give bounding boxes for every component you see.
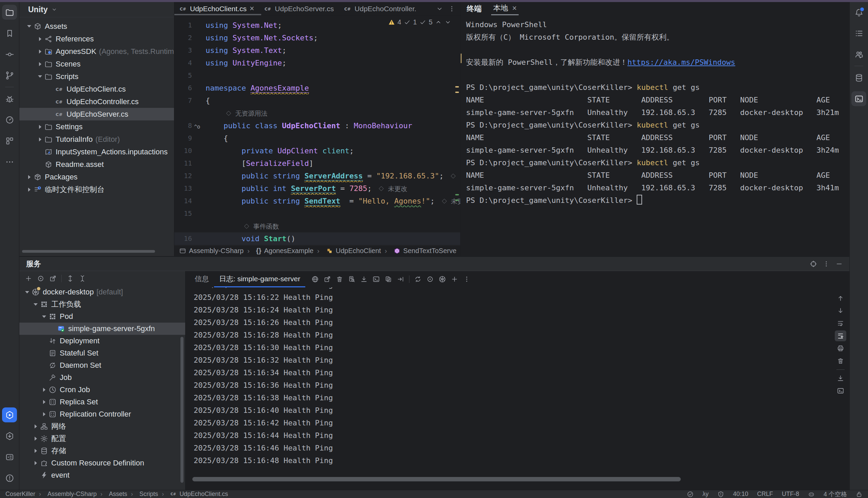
chevron-icon[interactable] (25, 184, 34, 196)
project-button[interactable] (2, 5, 17, 20)
more-tool-windows-button[interactable] (2, 154, 17, 169)
kubernetes-settings-button[interactable] (436, 274, 448, 285)
code-line[interactable]: 无资源用法 (174, 107, 460, 119)
gutter-marker[interactable] (194, 182, 206, 195)
chevron-icon[interactable] (25, 171, 34, 183)
Daemon Set-tree-item[interactable]: Daemon Set (19, 359, 185, 371)
problems-button[interactable] (2, 471, 17, 485)
dependencies-button[interactable] (2, 429, 17, 443)
chevron-icon[interactable] (36, 45, 44, 58)
chevron-icon[interactable] (40, 335, 49, 347)
Assets-crumb[interactable]: Assets (97, 490, 127, 498)
navigate-button[interactable] (807, 259, 819, 270)
chevron-icon[interactable] (40, 371, 49, 384)
gutter-marker[interactable] (194, 132, 206, 145)
chevron-icon[interactable] (40, 311, 49, 323)
todo-button[interactable] (851, 26, 866, 41)
tab-list-button[interactable] (434, 3, 445, 14)
code-line[interactable]: 7 { (174, 94, 460, 107)
chevron-icon[interactable] (31, 457, 40, 469)
add-service-button[interactable] (23, 273, 34, 284)
project-horizontal-scrollbar[interactable] (22, 250, 155, 253)
encoding-status[interactable]: UTF-8 (782, 490, 799, 498)
Packages-tree-item[interactable]: Packages (19, 171, 174, 183)
simple-game-server-5gxfn-tree-item[interactable]: simple-game-server-5gxfn (19, 323, 185, 335)
Replication Controller-tree-item[interactable]: Replication Controller (19, 408, 185, 420)
caret-position-status[interactable]: 40:10 (733, 490, 748, 498)
collapse-all-button[interactable] (77, 273, 88, 284)
chevron-icon[interactable] (36, 158, 44, 171)
chevron-icon[interactable] (40, 396, 49, 408)
gutter-marker[interactable] (194, 107, 206, 119)
UdpEchoClient-breadcrumb[interactable]: UdpEchoClient (313, 247, 381, 255)
chevron-icon[interactable] (31, 420, 40, 433)
open-console-button[interactable] (370, 274, 382, 285)
存储-tree-item[interactable]: 存储 (19, 445, 185, 457)
Cron Job-tree-item[interactable]: Cron Job (19, 384, 185, 396)
more-options-button[interactable] (461, 274, 473, 285)
project-tree[interactable]: Assets References (19, 17, 174, 256)
open-in-editor-button[interactable] (321, 274, 333, 285)
chevron-icon[interactable] (47, 96, 55, 108)
UdpEchoClient.cs-crumb[interactable]: UdpEchoClient.cs (158, 490, 228, 498)
open-in-new-tab-button[interactable] (47, 273, 59, 284)
chevron-icon[interactable] (25, 21, 34, 32)
save-log-button[interactable] (358, 274, 370, 285)
gutter-marker[interactable] (194, 220, 206, 232)
chevron-icon[interactable] (40, 347, 49, 359)
gutter-marker[interactable] (194, 69, 206, 82)
gutter-marker[interactable] (194, 157, 206, 170)
工作负载-tree-item[interactable]: 工作负载 (19, 298, 185, 311)
services-tree[interactable]: docker-desktop [default] 工作负载 (19, 286, 185, 490)
Custom Resource Definition-tree-item[interactable]: Custom Resource Definition (19, 457, 185, 469)
UdpEchoServer.cs-tab[interactable]: UdpEchoServer.cs (259, 2, 339, 15)
gutter-marker[interactable] (194, 195, 206, 207)
bookmarks-button[interactable] (2, 26, 17, 41)
hide-button[interactable] (833, 259, 845, 270)
next-problem-icon[interactable] (444, 19, 451, 26)
网络-tree-item[interactable]: 网络 (19, 420, 185, 433)
UdpEchoController.-tab[interactable]: UdpEchoController. (339, 2, 421, 15)
gutter-marker[interactable] (194, 94, 206, 107)
信息-tab[interactable]: 信息 (189, 271, 214, 287)
tab-options-button[interactable] (446, 3, 458, 14)
CoserKiller-crumb[interactable]: CoserKiller (5, 490, 35, 498)
log-horizontal-scrollbar[interactable] (192, 477, 681, 481)
Scripts-tree-item[interactable]: Scripts (19, 70, 174, 83)
Settings-tree-item[interactable]: Settings (19, 120, 174, 133)
refresh-button[interactable] (412, 274, 424, 285)
gutter-marker[interactable] (194, 44, 206, 57)
terminal-tab-local[interactable]: 本地 (491, 2, 518, 15)
gutter-marker[interactable] (194, 232, 206, 245)
database-button[interactable] (851, 70, 866, 85)
code-line[interactable]: 3 using System.Text; (174, 44, 460, 57)
services-button[interactable] (2, 407, 17, 422)
Replica Set-tree-item[interactable]: Replica Set (19, 396, 185, 408)
Deployment-tree-item[interactable]: Deployment (19, 335, 185, 347)
indent-status[interactable]: 4 个空格 (824, 490, 847, 498)
code-line[interactable]: 14 public string SendText = "Hello, Agon… (174, 195, 460, 207)
code-line[interactable]: 2 using System.Net.Sockets; (174, 31, 460, 44)
code-line[interactable]: 10 private UdpClient client; (174, 145, 460, 157)
gutter-marker[interactable] (194, 31, 206, 44)
show-in-console-button[interactable] (835, 385, 846, 396)
UdpEchoClient.cs-tree-item[interactable]: UdpEchoClient.cs (19, 83, 174, 95)
prev-problem-icon[interactable] (435, 19, 442, 26)
code-line[interactable]: 16 void Start() (174, 232, 460, 245)
chevron-icon[interactable] (36, 146, 44, 158)
scroll-up-button[interactable] (835, 293, 846, 304)
code-line[interactable]: 5 (174, 69, 460, 82)
soft-wrap-button[interactable] (835, 318, 846, 329)
chevron-icon[interactable] (40, 359, 49, 371)
copilot-status[interactable] (808, 491, 815, 498)
SendTextToServe-breadcrumb[interactable]: SendTextToServe (381, 247, 456, 255)
view-as-text-button[interactable] (346, 274, 357, 285)
gutter-marker[interactable] (194, 145, 206, 157)
UdpEchoController.cs-tree-item[interactable]: UdpEchoController.cs (19, 95, 174, 108)
code-line[interactable]: 9 { (174, 132, 460, 145)
code-line[interactable]: 11 [SerializeField] (174, 157, 460, 170)
expand-all-button[interactable] (64, 273, 76, 284)
Assembly-CSharp-breadcrumb[interactable]: Assembly-CSharp (179, 247, 244, 255)
terminal-output[interactable]: Windows PowerShell 版权所有（C） Microsoft Cor… (461, 15, 850, 207)
code-with-me-button[interactable] (851, 47, 866, 62)
